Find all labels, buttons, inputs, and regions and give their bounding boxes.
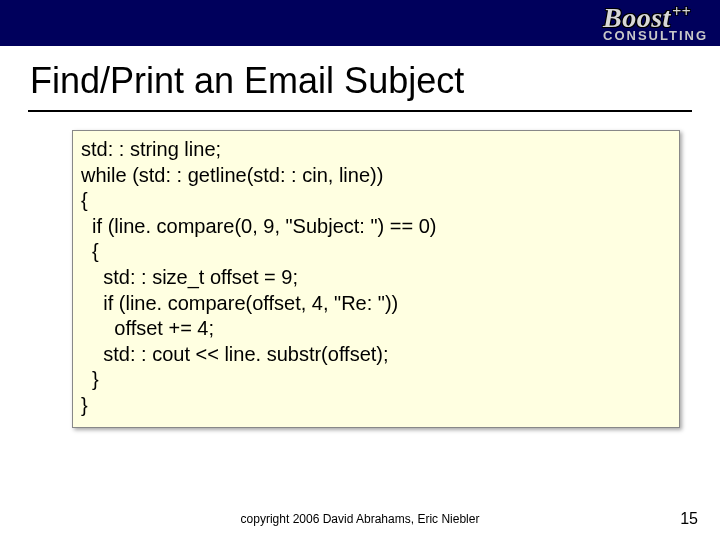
copyright-text: copyright 2006 David Abrahams, Eric Nieb…: [0, 512, 720, 526]
code-line: std: : cout << line. substr(offset);: [81, 342, 671, 368]
code-line: if (line. compare(offset, 4, "Re: ")): [81, 291, 671, 317]
header-bar: Boost++ CONSULTING: [0, 0, 720, 46]
code-line: if (line. compare(0, 9, "Subject: ") == …: [81, 214, 671, 240]
boost-logo: Boost++ CONSULTING: [603, 4, 708, 42]
logo-subtitle: CONSULTING: [603, 29, 708, 42]
slide: Boost++ CONSULTING Find/Print an Email S…: [0, 0, 720, 540]
logo-plus: ++: [672, 3, 691, 20]
code-line: }: [81, 393, 671, 419]
code-line: {: [81, 239, 671, 265]
title-divider: [28, 110, 692, 112]
code-block: std: : string line; while (std: : getlin…: [72, 130, 680, 428]
code-line: {: [81, 188, 671, 214]
code-line: std: : string line;: [81, 137, 671, 163]
code-line: offset += 4;: [81, 316, 671, 342]
page-number: 15: [680, 510, 698, 528]
code-line: std: : size_t offset = 9;: [81, 265, 671, 291]
code-line: }: [81, 367, 671, 393]
code-line: while (std: : getline(std: : cin, line)): [81, 163, 671, 189]
slide-title: Find/Print an Email Subject: [0, 46, 720, 110]
